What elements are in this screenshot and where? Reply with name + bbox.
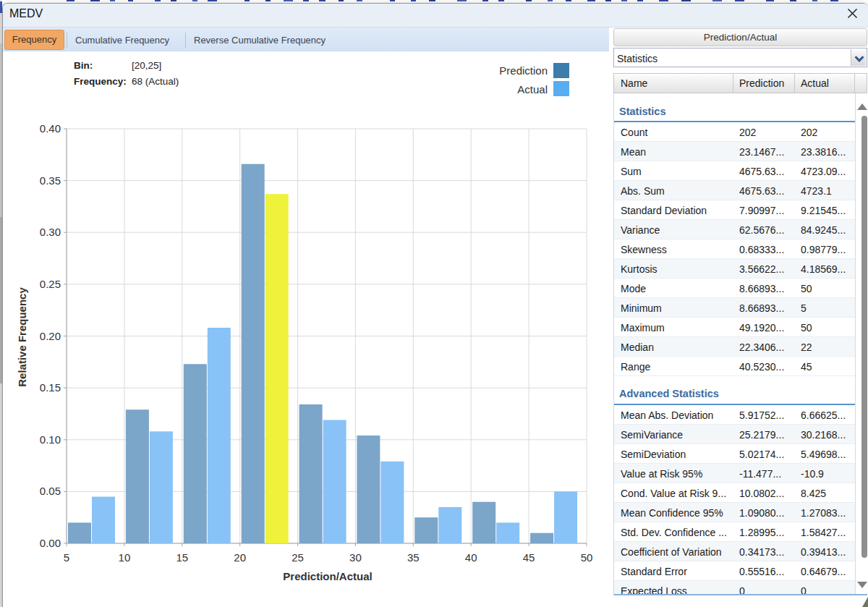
svg-text:0.20: 0.20 [40, 330, 61, 342]
svg-text:0.40: 0.40 [40, 122, 61, 135]
svg-text:0.15: 0.15 [40, 381, 61, 394]
svg-text:5: 5 [64, 551, 69, 564]
svg-text:50: 50 [581, 551, 593, 564]
svg-text:Prediction/Actual: Prediction/Actual [283, 570, 372, 582]
svg-text:25: 25 [292, 551, 304, 564]
svg-text:0.05: 0.05 [40, 485, 61, 497]
svg-text:20: 20 [234, 551, 246, 564]
svg-text:10: 10 [119, 551, 131, 564]
svg-text:40: 40 [465, 551, 477, 564]
svg-text:0.10: 0.10 [40, 433, 61, 446]
svg-text:30: 30 [349, 551, 362, 564]
svg-text:0.00: 0.00 [40, 537, 61, 549]
svg-text:0.30: 0.30 [40, 226, 61, 238]
svg-text:35: 35 [407, 551, 420, 564]
svg-text:0.35: 0.35 [40, 174, 61, 187]
svg-text:Relative Frequency: Relative Frequency [16, 287, 28, 387]
svg-text:15: 15 [176, 551, 188, 564]
svg-text:45: 45 [523, 551, 535, 564]
svg-text:0.25: 0.25 [40, 278, 61, 290]
